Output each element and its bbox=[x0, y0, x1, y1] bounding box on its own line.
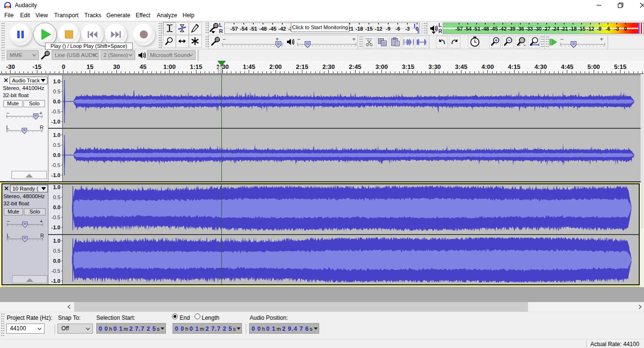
svg-text:-0.5: -0.5 bbox=[51, 162, 60, 168]
svg-text:-42: -42 bbox=[278, 26, 286, 32]
svg-text:2:00: 2:00 bbox=[269, 63, 282, 70]
svg-text:4:30: 4:30 bbox=[534, 63, 547, 70]
svg-text:0.0: 0.0 bbox=[53, 258, 60, 264]
svg-text:-15: -15 bbox=[33, 63, 42, 70]
svg-text:-24: -24 bbox=[552, 26, 560, 32]
svg-text:0.0: 0.0 bbox=[53, 99, 60, 104]
svg-text:1:15: 1:15 bbox=[190, 63, 202, 70]
svg-text:-54: -54 bbox=[240, 26, 248, 32]
svg-text:-30: -30 bbox=[534, 26, 542, 32]
svg-text:2:45: 2:45 bbox=[349, 63, 361, 70]
svg-text:5:00: 5:00 bbox=[587, 63, 600, 70]
svg-text:-30: -30 bbox=[6, 63, 15, 70]
svg-text:-1.0: -1.0 bbox=[51, 225, 60, 230]
svg-text:-3: -3 bbox=[614, 26, 619, 32]
svg-text:-6: -6 bbox=[606, 26, 610, 32]
svg-text:2:30: 2:30 bbox=[322, 63, 335, 70]
svg-text:2:15: 2:15 bbox=[296, 63, 308, 70]
svg-text:5:15: 5:15 bbox=[614, 63, 626, 70]
svg-text:-42: -42 bbox=[499, 26, 506, 32]
svg-text:-45: -45 bbox=[269, 26, 276, 32]
svg-text:4:00: 4:00 bbox=[482, 63, 494, 70]
svg-text:3:00: 3:00 bbox=[375, 63, 388, 70]
svg-text:-48: -48 bbox=[259, 26, 267, 32]
svg-text:-15: -15 bbox=[578, 26, 586, 32]
svg-text:-9: -9 bbox=[597, 26, 602, 32]
svg-text:3:15: 3:15 bbox=[402, 63, 414, 70]
svg-text:-18: -18 bbox=[356, 26, 363, 32]
svg-text:-0.5: -0.5 bbox=[51, 268, 60, 274]
svg-text:4:45: 4:45 bbox=[561, 63, 574, 70]
svg-text:-6: -6 bbox=[395, 26, 400, 32]
svg-text:-0.5: -0.5 bbox=[51, 109, 60, 114]
svg-text:0.5: 0.5 bbox=[53, 89, 60, 94]
svg-text:-1.0: -1.0 bbox=[51, 278, 60, 284]
svg-text:-1.0: -1.0 bbox=[51, 119, 60, 124]
svg-text:45: 45 bbox=[139, 63, 146, 70]
svg-text:-54: -54 bbox=[464, 26, 472, 32]
svg-text:-18: -18 bbox=[569, 26, 577, 32]
svg-text:0: 0 bbox=[624, 26, 627, 32]
svg-text:0.5: 0.5 bbox=[53, 142, 60, 148]
svg-text:-3: -3 bbox=[405, 26, 410, 32]
svg-text:0: 0 bbox=[62, 63, 65, 70]
svg-text:0.5: 0.5 bbox=[53, 248, 60, 254]
svg-text:3:45: 3:45 bbox=[455, 63, 467, 70]
svg-text:-15: -15 bbox=[365, 26, 373, 32]
svg-text:3:30: 3:30 bbox=[428, 63, 441, 70]
svg-text:0.0: 0.0 bbox=[53, 204, 60, 210]
svg-text:-36: -36 bbox=[517, 26, 524, 32]
svg-text:-39: -39 bbox=[508, 26, 516, 32]
svg-text:-0.5: -0.5 bbox=[51, 214, 60, 220]
svg-text:-45: -45 bbox=[490, 26, 498, 32]
svg-text:-9: -9 bbox=[386, 26, 391, 32]
svg-text:4:15: 4:15 bbox=[508, 63, 520, 70]
svg-text:30: 30 bbox=[113, 63, 120, 70]
svg-text:-57: -57 bbox=[455, 26, 463, 32]
svg-text:-33: -33 bbox=[525, 26, 533, 32]
svg-text:-12: -12 bbox=[586, 26, 594, 32]
svg-text:-57: -57 bbox=[230, 26, 238, 32]
svg-text:-48: -48 bbox=[482, 26, 489, 32]
svg-text:1.0: 1.0 bbox=[53, 184, 60, 190]
svg-text:1.0: 1.0 bbox=[53, 79, 60, 84]
svg-text:-51: -51 bbox=[250, 26, 257, 32]
svg-text:0.5: 0.5 bbox=[53, 194, 60, 200]
svg-text:1.0: 1.0 bbox=[53, 132, 60, 138]
svg-text:-27: -27 bbox=[543, 26, 551, 32]
svg-text:1:00: 1:00 bbox=[163, 63, 176, 70]
svg-text:-51: -51 bbox=[473, 26, 481, 32]
svg-text:-21: -21 bbox=[560, 26, 568, 32]
svg-text:1.0: 1.0 bbox=[53, 238, 60, 244]
svg-text:-12: -12 bbox=[375, 26, 382, 32]
svg-text:0.0: 0.0 bbox=[53, 152, 60, 158]
svg-text:1:45: 1:45 bbox=[243, 63, 255, 70]
svg-text:-1.0: -1.0 bbox=[51, 172, 60, 178]
svg-text:15: 15 bbox=[87, 63, 93, 70]
